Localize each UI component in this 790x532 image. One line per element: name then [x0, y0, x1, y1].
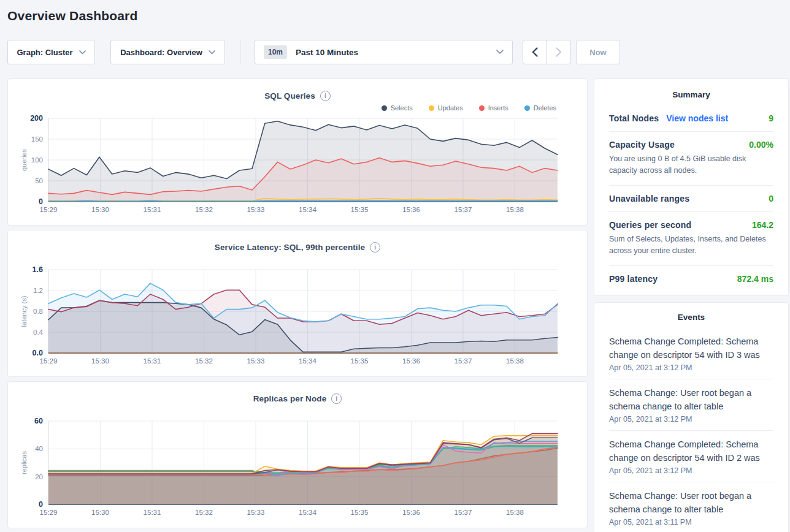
- charts-column: SQL Queries i Selects Updates Inserts De…: [7, 78, 588, 532]
- svg-text:15:37: 15:37: [454, 206, 472, 213]
- chart-title: SQL Queries: [264, 91, 315, 101]
- sql-queries-plot[interactable]: 05010015020015:2915:3015:3115:3215:3315:…: [8, 113, 587, 221]
- capacity-label: Capacity Usage: [609, 140, 675, 150]
- svg-text:15:33: 15:33: [247, 357, 265, 365]
- svg-text:15:29: 15:29: [40, 206, 58, 213]
- replicas-plot[interactable]: 020406015:2915:3015:3115:3215:3315:3415:…: [8, 416, 587, 524]
- replicas-per-node-chart-card: Replicas per Node i 020406015:2915:3015:…: [7, 381, 588, 528]
- svg-text:0.4: 0.4: [33, 329, 44, 336]
- svg-text:15:37: 15:37: [454, 509, 472, 516]
- chevron-down-icon: [496, 50, 504, 55]
- info-icon[interactable]: i: [331, 393, 342, 404]
- total-nodes-value: 9: [769, 113, 773, 123]
- svg-text:50: 50: [35, 177, 43, 184]
- events-title: Events: [609, 313, 773, 322]
- svg-text:15:34: 15:34: [299, 206, 316, 213]
- summary-item-total-nodes: Total Nodes View nodes list 9: [609, 105, 773, 132]
- svg-text:15:34: 15:34: [299, 357, 316, 365]
- summary-item-capacity: Capacity Usage 0.00% You are using 0 B o…: [609, 132, 773, 186]
- event-timestamp: Apr 05, 2021 at 3:12 PM: [609, 363, 773, 372]
- svg-text:15:35: 15:35: [351, 509, 369, 516]
- page-title: Overview Dashboard: [7, 9, 790, 23]
- event-timestamp: Apr 05, 2021 at 3:12 PM: [609, 466, 773, 475]
- legend-dot-icon: [524, 105, 530, 111]
- chevron-right-icon: [556, 47, 562, 57]
- svg-text:15:36: 15:36: [402, 509, 420, 516]
- graph-dropdown-label: Graph: Cluster: [17, 48, 72, 57]
- chart-title: Replicas per Node: [253, 394, 327, 403]
- now-button[interactable]: Now: [576, 40, 620, 64]
- qps-description: Sum of Selects, Updates, Inserts, and De…: [609, 234, 773, 257]
- svg-text:15:31: 15:31: [144, 357, 161, 365]
- dashboard-dropdown[interactable]: Dashboard: Overview: [110, 40, 225, 64]
- p99-latency-value: 872.4 ms: [737, 274, 773, 284]
- summary-item-unavailable: Unavailable ranges 0: [609, 186, 773, 212]
- chart-legend: Selects Updates Inserts Deletes: [8, 102, 587, 113]
- info-icon[interactable]: i: [320, 91, 331, 101]
- svg-text:15:33: 15:33: [247, 509, 265, 516]
- svg-text:15:36: 15:36: [402, 357, 420, 365]
- time-range-label: Past 10 Minutes: [296, 48, 496, 57]
- svg-text:0: 0: [39, 500, 43, 509]
- unavailable-ranges-label: Unavailable ranges: [609, 194, 689, 203]
- svg-text:15:30: 15:30: [91, 206, 109, 213]
- svg-text:0.8: 0.8: [33, 308, 43, 315]
- view-nodes-list-link[interactable]: View nodes list: [666, 113, 728, 123]
- p99-latency-label: P99 latency: [609, 274, 658, 284]
- service-latency-plot[interactable]: 0.00.40.81.21.615:2915:3015:3115:3215:33…: [8, 265, 587, 373]
- event-item: Schema Change: User root began a schema …: [609, 482, 773, 532]
- svg-text:15:29: 15:29: [40, 357, 58, 365]
- svg-text:15:38: 15:38: [506, 206, 524, 213]
- legend-item-deletes: Deletes: [524, 104, 556, 112]
- time-next-button[interactable]: [546, 40, 570, 64]
- svg-text:0.0: 0.0: [33, 349, 43, 357]
- svg-text:100: 100: [31, 156, 43, 164]
- chart-legend-empty: [8, 405, 587, 416]
- svg-text:20: 20: [35, 473, 43, 481]
- chart-title: Service Latency: SQL, 99th percentile: [215, 243, 365, 252]
- toolbar: Graph: Cluster Dashboard: Overview 10m P…: [7, 40, 783, 64]
- svg-text:15:36: 15:36: [402, 206, 420, 213]
- event-item: Schema Change Completed: Schema change o…: [609, 431, 773, 482]
- time-nav-group: [523, 40, 571, 64]
- graph-dropdown[interactable]: Graph: Cluster: [7, 40, 95, 64]
- svg-text:1.6: 1.6: [33, 265, 43, 274]
- events-panel: Events Schema Change Completed: Schema c…: [594, 302, 789, 532]
- summary-panel: Summary Total Nodes View nodes list 9 Ca…: [594, 78, 789, 296]
- time-prev-button[interactable]: [523, 40, 546, 64]
- capacity-description: You are using 0 B of 4.5 GiB usable disk…: [609, 153, 773, 177]
- svg-text:15:32: 15:32: [195, 357, 213, 365]
- capacity-value: 0.00%: [749, 140, 773, 150]
- event-timestamp: Apr 05, 2021 at 3:12 PM: [609, 415, 773, 424]
- svg-text:150: 150: [31, 135, 43, 143]
- side-column: Summary Total Nodes View nodes list 9 Ca…: [594, 78, 789, 532]
- event-item: Schema Change: User root began a schema …: [609, 379, 773, 431]
- svg-text:15:32: 15:32: [195, 206, 213, 213]
- chart-title-row: Replicas per Node i: [8, 392, 587, 405]
- svg-text:15:38: 15:38: [506, 357, 524, 365]
- svg-text:15:31: 15:31: [144, 206, 161, 213]
- svg-text:15:31: 15:31: [144, 509, 161, 516]
- event-item: Schema Change Completed: Schema change o…: [609, 328, 773, 379]
- chart-legend-empty: [8, 254, 587, 265]
- time-range-picker[interactable]: 10m Past 10 Minutes: [255, 40, 513, 64]
- time-range-badge: 10m: [264, 45, 287, 59]
- svg-text:15:35: 15:35: [351, 357, 369, 365]
- unavailable-ranges-value: 0: [769, 194, 773, 203]
- total-nodes-label: Total Nodes: [609, 113, 659, 123]
- legend-item-updates: Updates: [429, 104, 463, 112]
- chart-title-row: Service Latency: SQL, 99th percentile i: [8, 240, 587, 254]
- dashboard-dropdown-label: Dashboard: Overview: [120, 48, 202, 57]
- svg-text:200: 200: [30, 114, 43, 123]
- info-icon[interactable]: i: [370, 242, 380, 253]
- svg-text:replicas: replicas: [20, 451, 28, 474]
- summary-item-qps: Queries per second 164.2 Sum of Selects,…: [609, 212, 773, 266]
- qps-value: 164.2: [752, 220, 773, 230]
- chart-title-row: SQL Queries i: [8, 89, 587, 102]
- legend-dot-icon: [479, 105, 485, 111]
- svg-text:0: 0: [39, 197, 43, 206]
- qps-label: Queries per second: [609, 220, 691, 230]
- svg-text:queries: queries: [20, 148, 28, 171]
- legend-dot-icon: [429, 105, 434, 111]
- svg-text:60: 60: [34, 417, 43, 425]
